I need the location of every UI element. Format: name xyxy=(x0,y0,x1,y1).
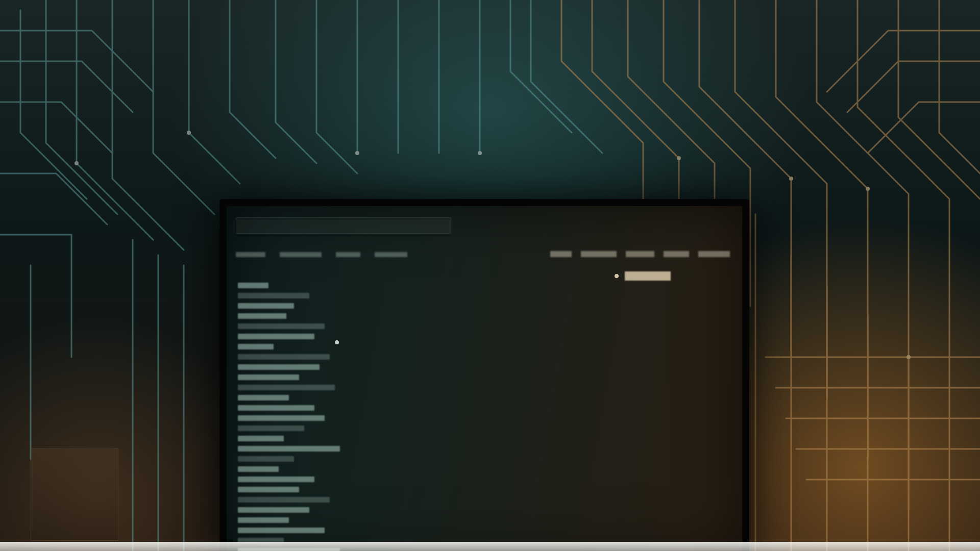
code-lines xyxy=(238,283,416,551)
monitor xyxy=(219,199,749,551)
svg-point-1 xyxy=(187,131,191,135)
svg-point-7 xyxy=(906,355,911,359)
svg-point-5 xyxy=(789,177,793,181)
window-titlebar xyxy=(236,217,451,234)
desk-surface xyxy=(0,542,980,551)
svg-point-4 xyxy=(677,156,681,160)
illustration-scene xyxy=(0,0,980,551)
svg-point-0 xyxy=(75,161,79,165)
svg-point-6 xyxy=(866,187,870,191)
foreground-object xyxy=(31,448,118,541)
toolbar-right xyxy=(550,251,730,257)
svg-point-3 xyxy=(478,151,482,155)
svg-point-2 xyxy=(355,151,359,155)
status-row xyxy=(615,271,671,281)
